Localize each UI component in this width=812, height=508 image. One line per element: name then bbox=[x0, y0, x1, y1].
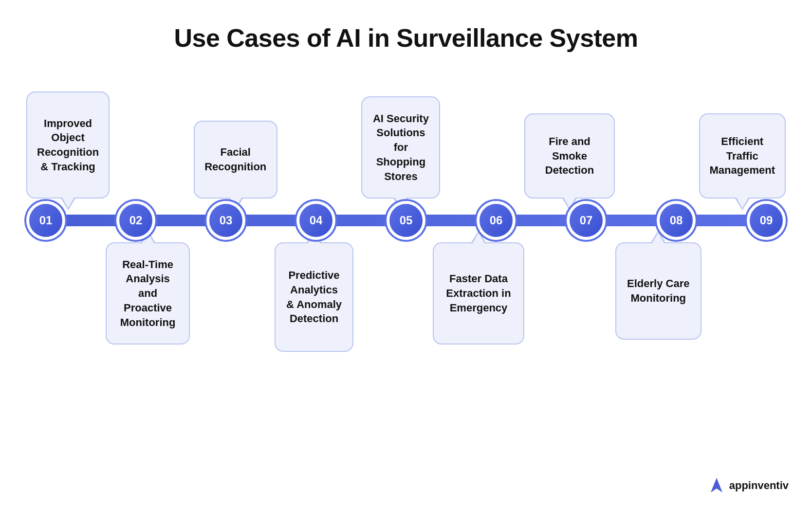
node-03: 03 bbox=[206, 201, 245, 240]
bubble-top-05-label: AI Security Solutions for Shopping Store… bbox=[372, 111, 429, 183]
bubble-top-07: Fire and Smoke Detection bbox=[524, 113, 615, 199]
node-01: 01 bbox=[26, 201, 65, 240]
page-wrapper: Use Cases of AI in Surveillance System I… bbox=[0, 0, 812, 508]
node-04: 04 bbox=[296, 201, 335, 240]
bubble-bottom-06: Faster Data Extraction in Emergency bbox=[433, 242, 524, 345]
node-05-label: 05 bbox=[400, 214, 413, 227]
bubble-top-05: AI Security Solutions for Shopping Store… bbox=[361, 96, 440, 199]
brand-name: appinventiv bbox=[729, 479, 789, 492]
node-02-label: 02 bbox=[129, 214, 143, 227]
bubble-top-09: Efficient Traffic Management bbox=[699, 113, 786, 199]
node-05: 05 bbox=[387, 201, 425, 240]
node-07: 07 bbox=[567, 201, 606, 240]
bubble-bottom-04-label: Predictive Analytics & Anomaly Detection bbox=[285, 268, 343, 326]
main-title: Use Cases of AI in Surveillance System bbox=[174, 23, 638, 53]
bubble-top-01-label: Improved Object Recognition & Tracking bbox=[37, 116, 99, 174]
bubble-top-07-label: Fire and Smoke Detection bbox=[535, 134, 604, 178]
bottom-bubbles-row: Real-Time Analysis and Proactive Monitor… bbox=[21, 242, 791, 369]
bubble-bottom-06-label: Faster Data Extraction in Emergency bbox=[443, 272, 513, 315]
svg-marker-0 bbox=[711, 478, 722, 492]
node-03-label: 03 bbox=[220, 214, 233, 227]
timeline-section: Improved Object Recognition & Tracking F… bbox=[21, 72, 791, 369]
node-06: 06 bbox=[477, 201, 516, 240]
node-08-label: 08 bbox=[670, 214, 683, 227]
node-01-label: 01 bbox=[39, 214, 53, 227]
brand-logo-icon bbox=[708, 477, 725, 494]
bubble-bottom-02-label: Real-Time Analysis and Proactive Monitor… bbox=[116, 257, 179, 329]
bubble-top-01: Improved Object Recognition & Tracking bbox=[26, 91, 110, 199]
branding: appinventiv bbox=[708, 477, 789, 494]
timeline-track: 01 02 03 04 05 06 07 08 bbox=[21, 199, 791, 242]
node-08: 08 bbox=[657, 201, 696, 240]
bubble-bottom-08: Elderly Care Monitoring bbox=[615, 242, 701, 340]
node-07-label: 07 bbox=[580, 214, 593, 227]
bubble-bottom-02: Real-Time Analysis and Proactive Monitor… bbox=[106, 242, 190, 345]
node-02: 02 bbox=[116, 201, 155, 240]
node-06-label: 06 bbox=[490, 214, 503, 227]
bubble-bottom-04: Predictive Analytics & Anomaly Detection bbox=[275, 242, 354, 352]
node-09: 09 bbox=[747, 201, 786, 240]
bubble-bottom-08-label: Elderly Care Monitoring bbox=[626, 276, 691, 305]
bubble-top-03-label: Facial Recognition bbox=[204, 145, 267, 174]
node-09-label: 09 bbox=[760, 214, 773, 227]
top-bubbles-row: Improved Object Recognition & Tracking F… bbox=[21, 72, 791, 199]
bubble-top-03: Facial Recognition bbox=[194, 121, 277, 199]
node-04-label: 04 bbox=[310, 214, 323, 227]
bubble-top-09-label: Efficient Traffic Management bbox=[710, 134, 775, 178]
